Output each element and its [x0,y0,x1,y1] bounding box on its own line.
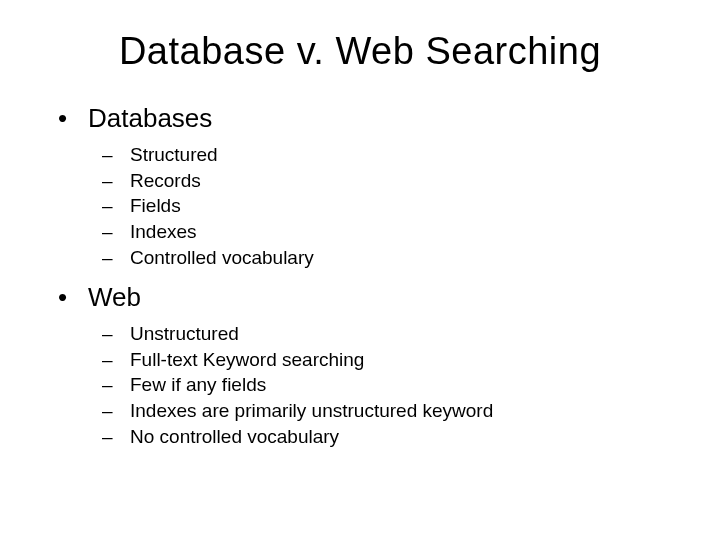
item-text: Full-text Keyword searching [130,347,364,373]
list-item: – Structured [102,142,670,168]
slide-title: Database v. Web Searching [50,30,670,73]
list-item: – Records [102,168,670,194]
section-databases: • Databases [50,103,670,134]
list-item: – Fields [102,193,670,219]
item-text: No controlled vocabulary [130,424,339,450]
item-text: Indexes [130,219,197,245]
item-text: Records [130,168,201,194]
section-web: • Web [50,282,670,313]
section-label: Databases [88,103,212,134]
list-item: – Controlled vocabulary [102,245,670,271]
list-item: – Indexes are primarily unstructured key… [102,398,670,424]
item-text: Indexes are primarily unstructured keywo… [130,398,493,424]
dash-icon: – [102,372,130,398]
dash-icon: – [102,245,130,271]
dash-icon: – [102,321,130,347]
bullet-icon: • [58,282,88,313]
dash-icon: – [102,398,130,424]
databases-items: – Structured – Records – Fields – Indexe… [102,142,670,270]
web-items: – Unstructured – Full-text Keyword searc… [102,321,670,449]
dash-icon: – [102,219,130,245]
list-item: – No controlled vocabulary [102,424,670,450]
list-item: – Few if any fields [102,372,670,398]
dash-icon: – [102,347,130,373]
item-text: Few if any fields [130,372,266,398]
list-item: – Unstructured [102,321,670,347]
dash-icon: – [102,193,130,219]
dash-icon: – [102,424,130,450]
list-item: – Indexes [102,219,670,245]
dash-icon: – [102,168,130,194]
dash-icon: – [102,142,130,168]
list-item: – Full-text Keyword searching [102,347,670,373]
item-text: Unstructured [130,321,239,347]
bullet-icon: • [58,103,88,134]
item-text: Fields [130,193,181,219]
item-text: Controlled vocabulary [130,245,314,271]
section-label: Web [88,282,141,313]
item-text: Structured [130,142,218,168]
